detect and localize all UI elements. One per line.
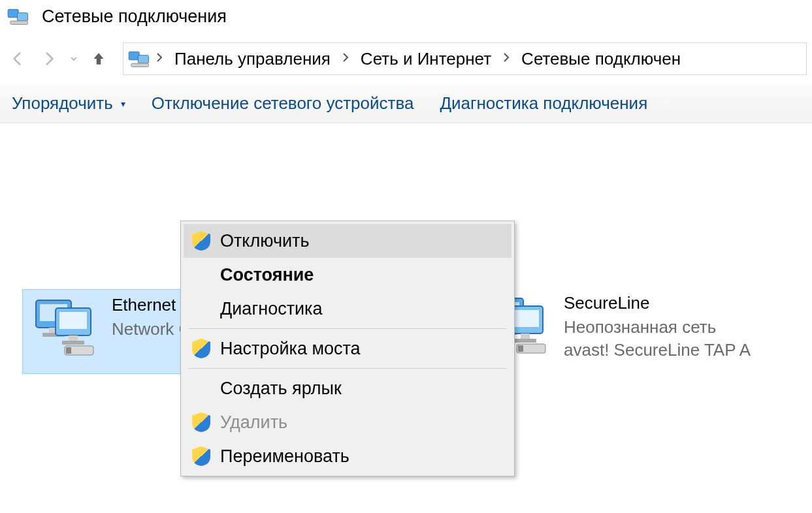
svg-rect-25 — [518, 345, 523, 352]
ctx-bridge[interactable]: Настройка моста — [184, 332, 512, 365]
toolbar-organize[interactable]: Упорядочить ▾ — [12, 93, 125, 114]
nav-up-button[interactable] — [86, 46, 111, 71]
toolbar-disable-device[interactable]: Отключение сетевого устройства — [152, 93, 414, 114]
svg-rect-12 — [69, 335, 78, 341]
svg-rect-5 — [131, 63, 149, 67]
breadcrumb-item[interactable]: Панель управления — [165, 43, 340, 74]
nav-history-dropdown[interactable] — [68, 46, 80, 71]
svg-rect-0 — [8, 9, 18, 17]
svg-rect-4 — [138, 55, 148, 63]
ctx-label: Удалить — [220, 412, 287, 433]
ctx-delete: Удалить — [184, 405, 512, 439]
nav-row: Панель управления Сеть и Интернет Сетевы… — [0, 35, 812, 84]
connection-detail: avast! SecureLine TAP A — [564, 340, 751, 360]
ctx-label: Создать ярлык — [220, 379, 342, 399]
spacer-icon — [191, 299, 211, 319]
svg-rect-11 — [59, 312, 87, 329]
ctx-disable[interactable]: Отключить — [184, 224, 512, 258]
toolbar-organize-label: Упорядочить — [12, 93, 113, 114]
ctx-label: Состояние — [220, 265, 314, 285]
network-connections-icon — [5, 5, 34, 28]
nav-forward-button[interactable] — [37, 46, 61, 71]
ctx-label: Диагностика — [220, 299, 323, 319]
shield-icon — [191, 446, 211, 466]
ctx-separator — [189, 328, 506, 329]
svg-rect-3 — [129, 52, 139, 59]
address-bar[interactable]: Панель управления Сеть и Интернет Сетевы… — [123, 42, 807, 75]
svg-rect-2 — [10, 21, 28, 24]
network-adapter-icon — [29, 295, 103, 358]
chevron-right-icon[interactable] — [500, 52, 512, 67]
ctx-create-shortcut[interactable]: Создать ярлык — [184, 371, 512, 405]
ctx-label: Переименовать — [220, 446, 349, 467]
svg-rect-13 — [62, 341, 84, 345]
svg-rect-23 — [514, 339, 536, 343]
breadcrumb-item[interactable]: Сетевые подключен — [512, 43, 690, 74]
nav-back-button[interactable] — [5, 46, 30, 71]
ctx-separator — [189, 368, 506, 369]
ctx-status[interactable]: Состояние — [184, 258, 512, 292]
breadcrumb-item[interactable]: Сеть и Интернет — [351, 43, 500, 74]
svg-rect-15 — [66, 347, 71, 354]
window-titlebar: Сетевые подключения — [0, 0, 812, 35]
ctx-rename[interactable]: Переименовать — [184, 439, 512, 473]
spacer-icon — [191, 379, 211, 398]
toolbar-diagnose-label: Диагностика подключения — [440, 93, 647, 114]
shield-icon — [191, 231, 211, 251]
svg-rect-22 — [521, 334, 530, 339]
svg-rect-1 — [17, 13, 27, 21]
toolbar-disable-label: Отключение сетевого устройства — [152, 93, 414, 114]
shield-icon — [191, 339, 211, 358]
toolbar: Упорядочить ▾ Отключение сетевого устрой… — [0, 84, 812, 123]
address-bar-icon — [127, 48, 154, 70]
connection-name: SecureLine — [564, 293, 751, 313]
connections-pane: Ethernet Network Connection SecureLine Н… — [0, 123, 812, 134]
spacer-icon — [191, 265, 211, 285]
context-menu: Отключить Состояние Диагностика Настройк… — [180, 221, 515, 476]
connection-item-secureline[interactable]: SecureLine Неопознанная сеть avast! Secu… — [475, 288, 812, 373]
connection-status: Неопознанная сеть — [564, 317, 751, 337]
shield-icon — [191, 412, 211, 432]
ctx-diagnostics[interactable]: Диагностика — [184, 292, 512, 326]
chevron-right-icon[interactable] — [340, 52, 351, 67]
chevron-down-icon: ▾ — [121, 99, 125, 109]
window-title: Сетевые подключения — [42, 7, 227, 27]
chevron-right-icon[interactable] — [154, 52, 165, 67]
svg-rect-21 — [512, 310, 539, 327]
ctx-label: Настройка моста — [220, 339, 361, 359]
toolbar-diagnose[interactable]: Диагностика подключения — [440, 93, 647, 114]
ctx-label: Отключить — [220, 231, 309, 251]
